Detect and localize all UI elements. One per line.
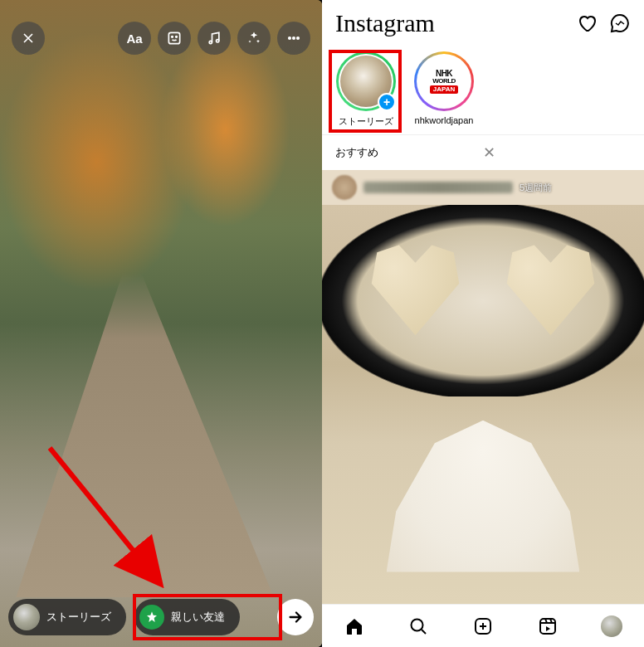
nav-home-icon[interactable] — [344, 615, 365, 637]
story-label: nhkworldjapan — [415, 115, 474, 125]
svg-point-2 — [176, 36, 178, 38]
svg-rect-10 — [540, 619, 555, 634]
profile-avatar — [601, 615, 622, 637]
avatar — [13, 604, 40, 630]
messenger-icon[interactable] — [609, 12, 631, 34]
sticker-tool-button[interactable] — [158, 22, 191, 55]
close-suggestion-button[interactable]: ✕ — [483, 144, 631, 162]
post-image[interactable] — [322, 205, 644, 604]
post-author-name — [363, 182, 513, 193]
annotation-highlight-box — [329, 50, 402, 133]
activity-heart-icon[interactable] — [576, 12, 598, 34]
suggested-label: おすすめ — [335, 145, 483, 160]
annotation-highlight-box — [133, 594, 282, 640]
more-tools-button[interactable] — [277, 22, 310, 55]
nav-search-icon[interactable] — [407, 615, 429, 637]
nav-new-post-icon[interactable] — [472, 615, 494, 637]
svg-point-6 — [293, 37, 295, 40]
svg-point-1 — [172, 36, 173, 38]
next-button[interactable] — [277, 599, 314, 635]
svg-point-3 — [209, 41, 212, 43]
nhk-avatar: NHK WORLD JAPAN — [418, 56, 470, 107]
music-tool-button[interactable] — [198, 22, 231, 55]
text-tool-button[interactable]: Aa — [118, 22, 151, 55]
nav-profile-icon[interactable] — [601, 615, 622, 637]
svg-point-8 — [412, 619, 423, 630]
svg-rect-0 — [168, 32, 179, 43]
effects-tool-button[interactable] — [237, 22, 271, 55]
instagram-logo[interactable]: Instagram — [335, 9, 564, 37]
story-item-nhkworldjapan[interactable]: NHK WORLD JAPAN nhkworldjapan — [412, 51, 476, 125]
post-author-avatar — [332, 175, 357, 200]
share-to-story-button[interactable]: ストーリーズ — [8, 599, 126, 635]
post-header[interactable]: 5週間前 — [322, 170, 644, 205]
svg-point-4 — [217, 40, 219, 42]
svg-point-5 — [289, 37, 291, 40]
close-button[interactable] — [12, 22, 45, 55]
svg-point-7 — [297, 37, 300, 40]
nav-reels-icon[interactable] — [537, 615, 559, 637]
post-timestamp: 5週間前 — [520, 182, 552, 194]
share-story-label: ストーリーズ — [46, 610, 111, 625]
